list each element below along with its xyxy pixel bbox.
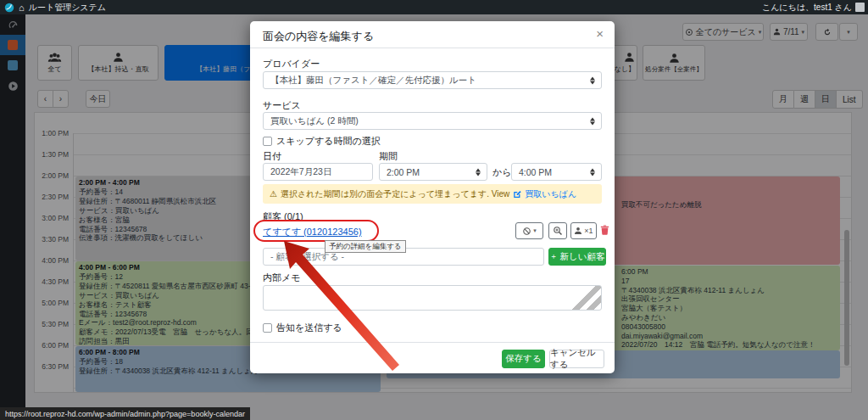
select-arrows-icon — [590, 117, 595, 125]
admin-bar: ⌂ ルート管理システム こんにちは、test1 さん — [0, 0, 868, 14]
edit-icon — [513, 190, 521, 199]
zoom-details-button[interactable] — [548, 222, 567, 239]
cancel-button[interactable]: キャンセルする — [549, 350, 604, 368]
send-notification-label: 告知を送信する — [276, 322, 342, 334]
skip-time-checkbox[interactable]: スキップする時間の選択 — [263, 135, 381, 148]
service-value: 買取いちばん (2 時間) — [270, 115, 359, 127]
home-icon[interactable]: ⌂ — [19, 3, 25, 12]
period-label: 期間 — [379, 150, 398, 163]
warning-text: 選択された期間は別の面会予定によって埋まってます. View — [281, 188, 509, 200]
internal-notes-textarea[interactable] — [263, 285, 602, 311]
service-select[interactable]: 買取いちばん (2 時間) — [263, 112, 602, 130]
cancel-label: キャンセルする — [550, 347, 604, 371]
tooltip-text: 予約の詳細を編集する — [329, 242, 402, 252]
provider-select[interactable]: 【本社】藤田（ファスト／確定／先付応援）ルート — [263, 71, 602, 89]
trash-icon — [599, 224, 610, 236]
screen: ⌂ ルート管理システム こんにちは、test1 さん 全てのサービス ▾ — [0, 0, 868, 420]
delete-customer-button[interactable] — [599, 224, 610, 236]
status-url-text: https://root.reproz-hd.com/wp-admin/admi… — [5, 410, 245, 418]
provider-label: プロバイダー — [263, 58, 320, 70]
modal-footer-divider — [250, 342, 615, 343]
provider-value: 【本社】藤田（ファスト／確定／先付応援）ルート — [270, 75, 476, 87]
date-input[interactable]: 2022年7月23日 — [263, 163, 373, 181]
persons-count-button[interactable]: ×1 — [570, 222, 597, 239]
edit-appointment-modal: 面会の内容を編集する × プロバイダー 【本社】藤田（ファスト／確定／先付応援）… — [250, 21, 615, 373]
warning-icon: ⚠ — [270, 189, 277, 199]
site-logo-icon[interactable] — [4, 3, 14, 13]
period-to-select[interactable]: 4:00 PM — [511, 163, 602, 181]
save-button[interactable]: 保存する — [502, 350, 545, 368]
magnifier-plus-icon — [553, 226, 563, 236]
close-icon[interactable]: × — [596, 26, 604, 41]
person-multiplier-label: ×1 — [584, 227, 593, 235]
send-notification-checkbox[interactable]: 告知を送信する — [263, 322, 342, 334]
avatar[interactable] — [855, 3, 865, 12]
select-arrows-icon — [590, 168, 595, 176]
period-from-select[interactable]: 2:00 PM — [379, 163, 487, 181]
new-customer-button[interactable]: ＋ 新しい顧客 — [548, 248, 606, 266]
annotation-highlight-rect — [253, 220, 379, 242]
checkbox-icon — [263, 323, 272, 333]
select-arrows-icon — [476, 168, 481, 176]
warning-appointment-link[interactable]: 買取いちばん — [525, 188, 576, 200]
period-from-value: 2:00 PM — [387, 167, 420, 177]
period-to-text: から — [492, 166, 512, 179]
skip-time-label: スキップする時間の選択 — [276, 135, 381, 148]
service-label: サービス — [263, 99, 301, 112]
status-bar-url: https://root.reproz-hd.com/wp-admin/admi… — [0, 407, 250, 420]
plus-icon: ＋ — [550, 251, 558, 262]
cancel-status-button[interactable]: ▾ — [515, 222, 543, 239]
conflict-warning: ⚠ 選択された期間は別の面会予定によって埋まってます. View 買取いちばん — [263, 184, 602, 204]
person-icon — [574, 227, 582, 235]
edit-details-tooltip: 予約の詳細を編集する — [325, 240, 406, 253]
period-to-value: 4:00 PM — [519, 167, 552, 177]
user-greeting[interactable]: こんにちは、test1 さん — [762, 2, 852, 14]
modal-header: 面会の内容を編集する × — [250, 21, 615, 48]
new-customer-label: 新しい顧客 — [560, 251, 605, 263]
save-label: 保存する — [505, 353, 542, 365]
internal-notes-label: 内部メモ — [263, 272, 301, 284]
select-arrows-icon — [590, 76, 595, 84]
date-value: 2022年7月23日 — [270, 166, 331, 178]
site-title[interactable]: ルート管理システム — [29, 2, 106, 14]
modal-title: 面会の内容を編集する — [263, 29, 374, 44]
caret-down-icon: ▾ — [533, 227, 537, 234]
date-label: 日付 — [263, 150, 281, 163]
checkbox-icon — [263, 137, 272, 146]
ban-icon — [522, 227, 531, 236]
